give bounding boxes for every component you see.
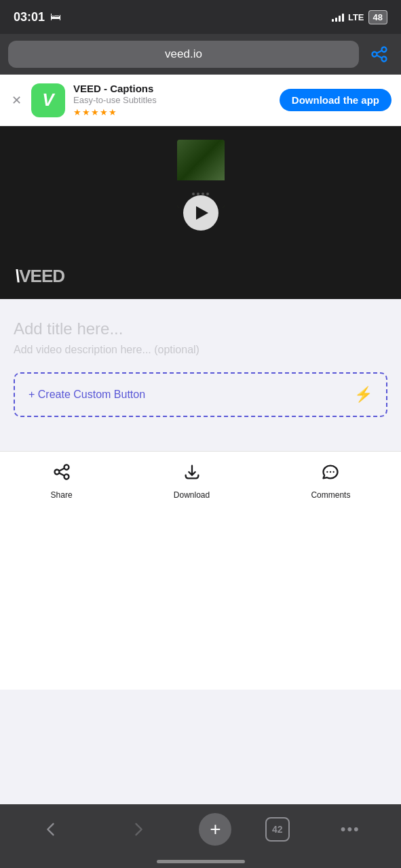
star-3: ★ — [91, 107, 99, 117]
create-custom-button[interactable]: + Create Custom Button ⚡ — [14, 372, 387, 417]
content-area: Add title here... Add video description … — [0, 299, 401, 431]
banner-close-button[interactable]: ✕ — [9, 93, 23, 108]
status-icons: LTE 48 — [332, 10, 387, 24]
app-name: VEED - Captions — [73, 83, 271, 94]
signal-bars — [332, 12, 344, 22]
download-action[interactable]: Download — [174, 462, 210, 500]
home-indicator-bar — [157, 860, 245, 863]
new-tab-button[interactable]: + — [199, 813, 231, 846]
home-indicator — [0, 854, 401, 868]
tabs-count: 42 — [272, 824, 283, 835]
star-5: ★ — [109, 107, 117, 117]
play-button[interactable] — [183, 195, 218, 231]
tabs-button[interactable]: 42 — [265, 817, 290, 842]
download-icon — [183, 462, 202, 486]
bed-icon: 🛏 — [50, 11, 61, 23]
browser-bar: veed.io — [0, 34, 401, 75]
url-bar[interactable]: veed.io — [8, 41, 359, 68]
nav-buttons: + 42 ••• — [0, 804, 401, 854]
bottom-nav: + 42 ••• — [0, 804, 401, 868]
app-subtitle: Easy-to-use Subtitles — [73, 95, 271, 105]
app-icon: V — [31, 83, 65, 117]
veed-logo-v: \ — [15, 266, 19, 286]
custom-button-label: + Create Custom Button — [28, 389, 145, 401]
app-banner: ✕ V VEED - Captions Easy-to-use Subtitle… — [0, 75, 401, 126]
lte-label: LTE — [348, 12, 364, 22]
mini-control-dot-4 — [206, 193, 209, 195]
status-time: 03:01 — [14, 10, 45, 24]
forward-button[interactable] — [111, 812, 166, 846]
star-1: ★ — [73, 107, 81, 117]
comments-action[interactable]: Comments — [311, 462, 350, 500]
app-info: VEED - Captions Easy-to-use Subtitles ★ … — [73, 83, 271, 117]
video-description-input[interactable]: Add video description here... (optional) — [14, 344, 387, 356]
signal-bar-4 — [342, 14, 344, 22]
signal-bar-1 — [332, 19, 334, 22]
video-title-input[interactable]: Add title here... — [14, 319, 387, 338]
signal-bar-3 — [339, 16, 341, 22]
comments-label: Comments — [311, 490, 350, 500]
action-bar: Share Download Comments — [0, 451, 401, 507]
video-thumbnail-image — [177, 140, 225, 180]
comments-icon — [321, 462, 340, 486]
white-space — [0, 507, 401, 690]
lightning-icon: ⚡ — [354, 386, 373, 403]
share-action[interactable]: Share — [51, 462, 73, 500]
app-stars: ★ ★ ★ ★ ★ — [73, 107, 271, 117]
signal-bar-2 — [335, 18, 337, 22]
more-icon: ••• — [341, 821, 360, 838]
mini-control-dot-1 — [192, 193, 195, 195]
share-label: Share — [51, 490, 73, 500]
star-4: ★ — [100, 107, 108, 117]
play-icon — [196, 206, 208, 220]
star-2: ★ — [82, 107, 90, 117]
more-button[interactable]: ••• — [323, 812, 377, 846]
share-icon — [52, 462, 71, 486]
battery-badge: 48 — [368, 10, 387, 24]
veed-logo: \VEED — [15, 266, 64, 287]
back-button[interactable] — [24, 812, 78, 846]
url-text: veed.io — [165, 47, 202, 61]
download-app-button[interactable]: Download the app — [280, 89, 392, 111]
status-bar: 03:01 🛏 LTE 48 — [0, 0, 401, 34]
new-tab-icon: + — [210, 820, 221, 839]
download-label: Download — [174, 490, 210, 500]
browser-share-button[interactable] — [366, 41, 393, 68]
video-player[interactable]: \VEED — [0, 126, 401, 299]
